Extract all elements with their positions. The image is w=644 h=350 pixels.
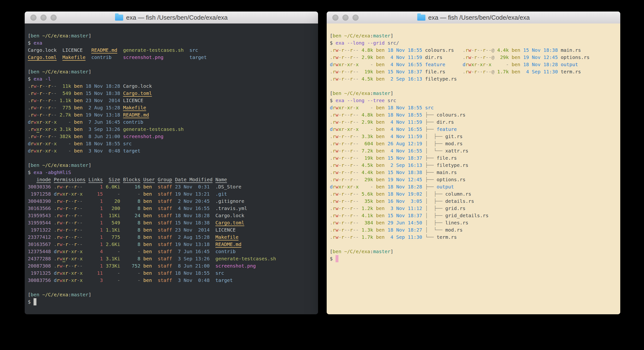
title-bar[interactable]: exa — fish /Users/ben/Code/exa/exa [25, 12, 318, 24]
terminal-line: [ben ~/C/e/exa:master] [28, 68, 315, 75]
terminal-line [330, 82, 617, 90]
terminal-line: .rw-r--r-- 4.8k ben 18 Nov 18:55 colours… [330, 46, 617, 54]
terminal-line: 12375448 drwxr-xr-x 4 - - ben staff 7 Ju… [28, 248, 315, 255]
terminal-line: .rw-r--r-- 549 ben 15 Nov 18:38 Cargo.to… [28, 90, 315, 97]
terminal-line: drwxr-xr-x - ben 4 Nov 16:55 feature drw… [330, 61, 617, 68]
terminal-line: .rw-r--r-- 1.3k ben 18 Nov 18:27 │ └── m… [330, 226, 617, 234]
terminal-line: .rw-r--r-- 4.5k ben 2 Sep 16:13 filetype… [330, 75, 617, 82]
terminal-line: 20087308 .rw-r--r-- 1 373Ki 752 ben staf… [28, 262, 315, 270]
terminal-line: [ben ~/C/e/exa:master] [28, 291, 315, 298]
terminal-line: drwxr-xr-x - ben 4 Nov 16:55 ├── feature [330, 126, 617, 133]
terminal-line: [ben ~/C/e/exa:master] [330, 32, 617, 39]
terminal-line: [ben ~/C/e/exa:master] [28, 162, 315, 169]
terminal-line: drwxr-xr-x - ben 7 Jun 16:45 contrib [28, 118, 315, 126]
terminal-line: .rw-r--r-- 2.9k ben 4 Nov 11:59 ├── dir.… [330, 118, 617, 126]
terminal-line: drwxr-xr-x - ben 18 Nov 18:28 ├── output [330, 183, 617, 190]
terminal-line: [ben ~/C/e/exa:master] [330, 248, 617, 255]
terminal-line [28, 154, 315, 162]
terminal-line: $ exa [28, 39, 315, 46]
terminal-line: Cargo.toml Makefile contrib screenshot.p… [28, 54, 315, 61]
terminal-line: 30163566 .rw-r--r-- 1 200 8 ben staff 4 … [28, 205, 315, 212]
terminal-window-left: exa — fish /Users/ben/Code/exa/exa [ben … [25, 12, 318, 314]
terminal-line: $ [28, 298, 315, 306]
terminal-line [28, 284, 315, 291]
terminal-line: .rw-r--r-- 4.5k ben 2 Sep 16:13 ├── file… [330, 162, 617, 169]
terminal-line: Cargo.lock LICENCE README.md generate-te… [28, 46, 315, 54]
terminal-line: drwxr-xr-x - ben 18 Nov 18:55 src [330, 104, 617, 111]
terminal-line: .rw-r--r-- 775 ben 2 Aug 15:28 Makefile [28, 104, 315, 111]
terminal-line: 31959544 .rw-r--r-- 1 549 8 ben staff 15… [28, 219, 315, 226]
window-title: exa — fish /Users/ben/Code/exa/exa [115, 14, 228, 21]
minimize-button[interactable] [342, 14, 348, 20]
terminal-output[interactable]: [ben ~/C/e/exa:master]$ exaCargo.lock LI… [25, 24, 318, 314]
close-button[interactable] [30, 14, 36, 20]
terminal-line: 30030336 .rw-r--r-- 1 6.0Ki 16 ben staff… [28, 183, 315, 190]
terminal-line [28, 61, 315, 68]
window-title: exa — fish /Users/ben/Code/exa/exa [417, 14, 530, 21]
terminal-line: drwxr-xr-x - ben 18 Nov 18:55 src [28, 140, 315, 147]
terminal-line: .rw-r--r-- 29k ben 19 Nov 12:45 ├── opti… [330, 176, 617, 183]
window-title-text: exa — fish /Users/ben/Code/exa/exa [126, 14, 228, 21]
terminal-line: 30163567 .rw-r--r-- 1 2.6Ki 8 ben staff … [28, 241, 315, 248]
terminal-line: .rw-r--r-- 19k ben 15 Nov 18:37 ├── file… [330, 154, 617, 162]
terminal-line: .rw-r--r-- 1.1k ben 23 Nov 2014 LICENCE [28, 97, 315, 104]
terminal-line: $ exa --long --tree src [330, 97, 617, 104]
terminal-line: .rw-r--r-- 384 ben 29 Jun 14:50 │ ├── li… [330, 219, 617, 226]
terminal-line: .rw-r--r-- 1.2k ben 3 Nov 11:12 │ ├── gr… [330, 205, 617, 212]
cursor [336, 255, 338, 262]
terminal-line: $ exa --long --grid src/ [330, 39, 617, 46]
terminal-line: $ exa -abghHliS [28, 169, 315, 176]
terminal-line: 1971258 drwxr-xr-x 15 - - ben staff 19 N… [28, 190, 315, 198]
folder-icon [417, 14, 426, 20]
terminal-line: 1971325 drwxr-xr-x 11 - - ben staff 18 N… [28, 270, 315, 277]
terminal-line: 30048390 .rw-r--r-- 1 20 8 ben staff 2 N… [28, 198, 315, 205]
cursor [34, 298, 36, 306]
terminal-output[interactable]: [ben ~/C/e/exa:master]$ exa --long --gri… [327, 24, 620, 314]
terminal-line: .rw-r--r-- 3.3k ben 4 Nov 11:59 │ ├── gi… [330, 133, 617, 140]
terminal-line: $ [330, 255, 617, 262]
traffic-lights [332, 12, 358, 24]
terminal-line: .rw-r--r-- 7.2k ben 4 Nov 16:55 │ └── xa… [330, 147, 617, 154]
terminal-line: .rw-r--r-- 11k ben 18 Nov 18:28 Cargo.lo… [28, 82, 315, 90]
zoom-button[interactable] [50, 14, 56, 20]
terminal-line: .rw-r--r-- 2.9k ben 4 Nov 11:59 dir.rs .… [330, 54, 617, 61]
terminal-line: .rw-r--r-- 4.4k ben 15 Nov 18:38 ├── mai… [330, 169, 617, 176]
terminal-line: 24377288 .rwxr-xr-x 1 3.1Ki 8 ben staff … [28, 255, 315, 262]
terminal-line: .rw-r--r-- 35k ben 16 Nov 3:05 │ ├── det… [330, 198, 617, 205]
traffic-lights [30, 12, 56, 24]
terminal-line: 30083756 drwxr-xr-x 3 - - ben staff 3 No… [28, 277, 315, 284]
folder-icon [115, 14, 123, 20]
terminal-line: 31959543 .rw-r--r-- 1 11Ki 24 ben staff … [28, 212, 315, 219]
zoom-button[interactable] [352, 14, 358, 20]
terminal-line: .rw-r--r-- 604 ben 26 Aug 12:19 │ ├── mo… [330, 140, 617, 147]
minimize-button[interactable] [40, 14, 46, 20]
terminal-line: [ben ~/C/e/exa:master] [28, 32, 315, 39]
terminal-line [330, 241, 617, 248]
window-title-text: exa — fish /Users/ben/Code/exa/exa [428, 14, 530, 21]
terminal-line: drwxr-xr-x - ben 3 Nov 0:48 target [28, 147, 315, 154]
terminal-line: inode Permissions Links Size Blocks User… [28, 176, 315, 183]
terminal-line: .rw-r--r-- 4.1k ben 15 Nov 18:37 │ ├── g… [330, 212, 617, 219]
terminal-window-right: exa — fish /Users/ben/Code/exa/exa [ben … [327, 12, 620, 314]
terminal-line: 1971322 .rw-r--r-- 1 1.1Ki 8 ben staff 2… [28, 226, 315, 234]
terminal-line: .rw-r--r-- 1.7k ben 4 Sep 11:30 └── term… [330, 234, 617, 241]
terminal-line: $ exa -l [28, 75, 315, 82]
terminal-line: .rw-r--r-- 5.6k ben 18 Nov 19:02 │ ├── c… [330, 190, 617, 198]
terminal-line: .rw-r--r-- 382k ben 8 Jun 21:00 screensh… [28, 133, 315, 140]
title-bar[interactable]: exa — fish /Users/ben/Code/exa/exa [327, 12, 620, 24]
terminal-line: .rw-r--r-- 4.8k ben 18 Nov 18:55 ├── col… [330, 111, 617, 118]
terminal-line: 23377412 .rw-r--r-- 1 775 8 ben staff 2 … [28, 234, 315, 241]
terminal-line: .rw-r--r-- 2.7k ben 19 Nov 13:18 README.… [28, 111, 315, 118]
terminal-line: .rwxr-xr-x 3.1k ben 3 Sep 13:26 generate… [28, 126, 315, 133]
terminal-line: .rw-r--r-- 19k ben 15 Nov 18:37 file.rs … [330, 68, 617, 75]
close-button[interactable] [332, 14, 338, 20]
terminal-line: [ben ~/C/e/exa:master] [330, 90, 617, 97]
